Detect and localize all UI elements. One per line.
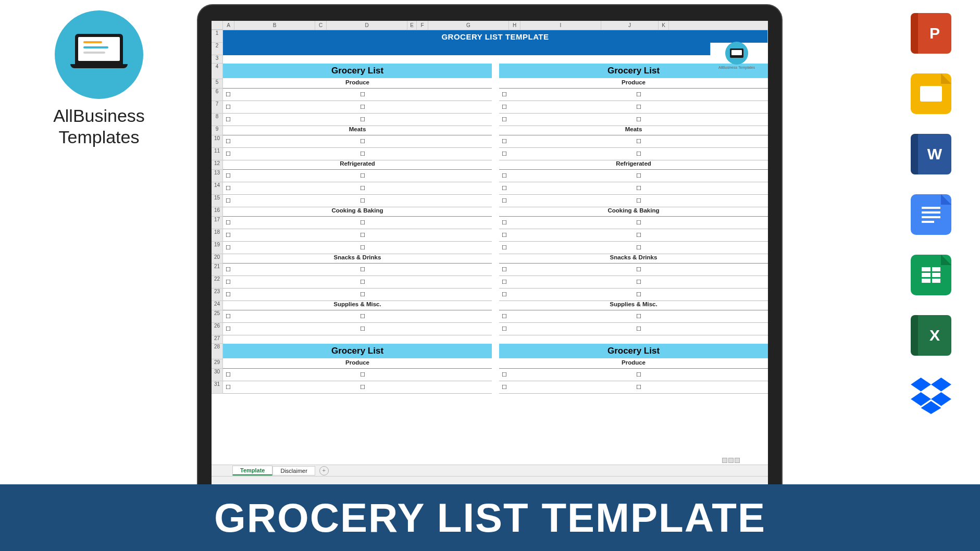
checkbox[interactable]: ☐ — [357, 323, 368, 335]
row-header[interactable]: 30 — [212, 369, 223, 381]
col-header-G[interactable]: G — [428, 21, 509, 30]
checkbox[interactable]: ☐ — [357, 369, 368, 381]
item-cell[interactable] — [510, 89, 634, 101]
item-cell[interactable] — [510, 381, 634, 393]
tab-template[interactable]: Template — [232, 466, 272, 475]
row-header[interactable]: 27 — [212, 335, 223, 344]
checkbox[interactable]: ☐ — [499, 182, 510, 194]
item-cell[interactable] — [510, 114, 634, 126]
item-cell[interactable] — [233, 135, 357, 147]
row-header[interactable]: 24 — [212, 301, 223, 310]
item-cell[interactable] — [644, 264, 768, 276]
row-header[interactable]: 22 — [212, 276, 223, 289]
checkbox[interactable]: ☐ — [499, 135, 510, 147]
item-cell[interactable] — [233, 114, 357, 126]
item-cell[interactable] — [644, 89, 768, 101]
item-cell[interactable] — [510, 229, 634, 241]
checkbox[interactable]: ☐ — [499, 229, 510, 241]
checkbox[interactable]: ☐ — [499, 170, 510, 182]
row-header[interactable]: 10 — [212, 135, 223, 148]
row-header[interactable]: 15 — [212, 195, 223, 207]
item-cell[interactable] — [644, 242, 768, 254]
item-cell[interactable] — [510, 289, 634, 300]
checkbox[interactable]: ☐ — [357, 182, 368, 194]
row-header[interactable]: 26 — [212, 323, 223, 335]
item-cell[interactable] — [510, 148, 634, 160]
item-cell[interactable] — [644, 182, 768, 194]
col-header-I[interactable]: I — [520, 21, 601, 30]
checkbox[interactable]: ☐ — [634, 135, 644, 147]
item-cell[interactable] — [644, 310, 768, 322]
item-cell[interactable] — [368, 135, 492, 147]
checkbox[interactable]: ☐ — [357, 170, 368, 182]
item-cell[interactable] — [510, 264, 634, 276]
horizontal-scroll[interactable] — [722, 457, 753, 464]
row-header[interactable]: 6 — [212, 89, 223, 101]
row-header[interactable]: 2 — [212, 43, 223, 55]
item-cell[interactable] — [368, 242, 492, 254]
item-cell[interactable] — [644, 170, 768, 182]
item-cell[interactable] — [368, 89, 492, 101]
item-cell[interactable] — [644, 101, 768, 113]
item-cell[interactable] — [368, 381, 492, 393]
checkbox[interactable]: ☐ — [634, 89, 644, 101]
item-cell[interactable] — [368, 264, 492, 276]
checkbox[interactable]: ☐ — [223, 148, 233, 160]
checkbox[interactable]: ☐ — [634, 148, 644, 160]
item-cell[interactable] — [368, 101, 492, 113]
checkbox[interactable]: ☐ — [499, 276, 510, 288]
item-cell[interactable] — [233, 195, 357, 207]
checkbox[interactable]: ☐ — [223, 229, 233, 241]
checkbox[interactable]: ☐ — [499, 310, 510, 322]
item-cell[interactable] — [368, 229, 492, 241]
checkbox[interactable]: ☐ — [357, 381, 368, 393]
item-cell[interactable] — [233, 217, 357, 229]
item-cell[interactable] — [510, 242, 634, 254]
checkbox[interactable]: ☐ — [634, 289, 644, 300]
item-cell[interactable] — [233, 310, 357, 322]
row-header[interactable]: 29 — [212, 359, 223, 369]
item-cell[interactable] — [510, 310, 634, 322]
item-cell[interactable] — [233, 323, 357, 335]
item-cell[interactable] — [510, 170, 634, 182]
checkbox[interactable]: ☐ — [357, 289, 368, 300]
checkbox[interactable]: ☐ — [223, 276, 233, 288]
row-header[interactable]: 31 — [212, 381, 223, 394]
item-cell[interactable] — [368, 170, 492, 182]
item-cell[interactable] — [510, 135, 634, 147]
item-cell[interactable] — [510, 195, 634, 207]
item-cell[interactable] — [644, 229, 768, 241]
col-header-F[interactable]: F — [417, 21, 428, 30]
checkbox[interactable]: ☐ — [223, 182, 233, 194]
checkbox[interactable]: ☐ — [634, 242, 644, 254]
item-cell[interactable] — [644, 135, 768, 147]
checkbox[interactable]: ☐ — [223, 264, 233, 276]
item-cell[interactable] — [510, 101, 634, 113]
row-header[interactable]: 8 — [212, 114, 223, 126]
checkbox[interactable]: ☐ — [223, 135, 233, 147]
checkbox[interactable]: ☐ — [499, 217, 510, 229]
checkbox[interactable]: ☐ — [499, 323, 510, 335]
item-cell[interactable] — [233, 89, 357, 101]
row-header[interactable]: 21 — [212, 264, 223, 276]
item-cell[interactable] — [368, 289, 492, 300]
checkbox[interactable]: ☐ — [634, 381, 644, 393]
checkbox[interactable]: ☐ — [499, 148, 510, 160]
checkbox[interactable]: ☐ — [634, 182, 644, 194]
item-cell[interactable] — [644, 323, 768, 335]
row-header[interactable]: 23 — [212, 289, 223, 301]
checkbox[interactable]: ☐ — [223, 369, 233, 381]
col-header-H[interactable]: H — [509, 21, 520, 30]
item-cell[interactable] — [644, 369, 768, 381]
checkbox[interactable]: ☐ — [499, 369, 510, 381]
col-header-A[interactable]: A — [223, 21, 234, 30]
checkbox[interactable]: ☐ — [223, 195, 233, 207]
checkbox[interactable]: ☐ — [499, 195, 510, 207]
item-cell[interactable] — [368, 369, 492, 381]
row-header[interactable]: 20 — [212, 254, 223, 264]
checkbox[interactable]: ☐ — [634, 264, 644, 276]
item-cell[interactable] — [233, 101, 357, 113]
tab-disclaimer[interactable]: Disclaimer — [272, 466, 315, 475]
item-cell[interactable] — [510, 369, 634, 381]
item-cell[interactable] — [233, 276, 357, 288]
